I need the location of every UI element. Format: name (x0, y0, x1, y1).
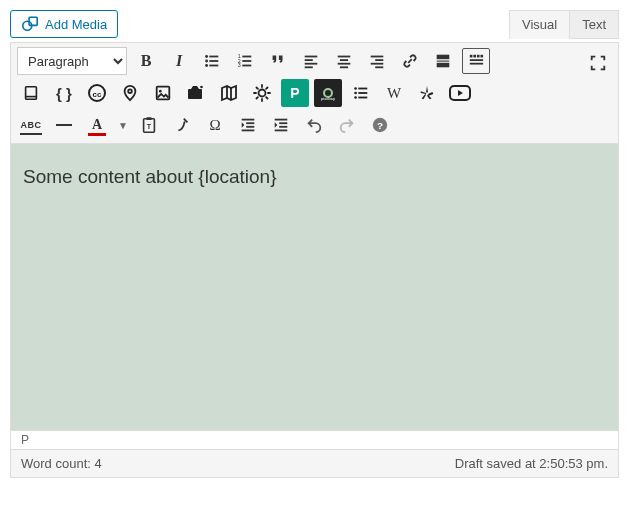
svg-rect-28 (437, 63, 450, 68)
map-pin-icon[interactable] (116, 79, 144, 107)
svg-text:?: ? (377, 120, 383, 131)
outdent-button[interactable] (234, 111, 262, 139)
svg-rect-26 (437, 55, 450, 60)
svg-rect-61 (279, 122, 287, 124)
svg-point-43 (259, 90, 266, 97)
media-icon (21, 15, 39, 33)
svg-rect-5 (209, 56, 218, 58)
toolbar-toggle-button[interactable] (462, 48, 490, 74)
tab-text[interactable]: Text (569, 10, 619, 39)
wikipedia-icon[interactable]: W (380, 79, 408, 107)
svg-rect-22 (371, 56, 384, 58)
link-button[interactable] (396, 47, 424, 75)
svg-text:cc: cc (93, 90, 102, 99)
help-button[interactable]: ? (366, 111, 394, 139)
svg-rect-23 (375, 59, 383, 61)
svg-rect-29 (470, 55, 473, 58)
map-icon[interactable] (215, 79, 243, 107)
svg-rect-7 (209, 65, 218, 67)
svg-rect-62 (279, 126, 287, 128)
text-color-dropdown[interactable]: ▼ (116, 111, 130, 139)
svg-rect-11 (242, 56, 251, 58)
svg-rect-63 (275, 130, 288, 132)
svg-rect-34 (470, 63, 483, 65)
format-select[interactable]: Paragraph (17, 47, 127, 75)
add-media-button[interactable]: Add Media (10, 10, 118, 38)
svg-rect-49 (358, 88, 367, 90)
status-bar: Word count: 4 Draft saved at 2:50:53 pm. (10, 450, 619, 478)
svg-rect-21 (340, 66, 348, 68)
italic-button[interactable]: I (165, 47, 193, 75)
svg-point-42 (200, 86, 203, 89)
blockquote-button[interactable] (264, 47, 292, 75)
read-more-button[interactable] (429, 47, 457, 75)
tab-visual[interactable]: Visual (509, 10, 570, 39)
yelp-icon[interactable] (413, 79, 441, 107)
svg-rect-18 (338, 56, 351, 58)
clear-formatting-button[interactable] (168, 111, 196, 139)
editor-toolbar: Paragraph B I 123 (10, 42, 619, 144)
svg-rect-33 (470, 59, 483, 61)
svg-rect-59 (242, 130, 255, 132)
svg-rect-41 (188, 89, 202, 99)
text-color-button[interactable]: A (83, 111, 111, 139)
pixabay-icon[interactable]: pixabay (314, 79, 342, 107)
editor-content: Some content about {location} (23, 164, 606, 191)
bold-button[interactable]: B (132, 47, 160, 75)
svg-rect-15 (305, 59, 313, 61)
indent-button[interactable] (267, 111, 295, 139)
svg-point-2 (205, 55, 208, 58)
paste-text-button[interactable]: T (135, 111, 163, 139)
svg-rect-31 (477, 55, 480, 58)
align-left-button[interactable] (297, 47, 325, 75)
svg-rect-14 (305, 56, 318, 58)
svg-text:T: T (147, 122, 152, 131)
fullscreen-button[interactable] (584, 49, 612, 77)
code-braces-icon[interactable]: { } (50, 79, 78, 107)
creative-commons-icon[interactable]: cc (83, 79, 111, 107)
svg-rect-51 (358, 97, 367, 99)
book-icon[interactable] (17, 79, 45, 107)
bullet-list-button[interactable] (198, 47, 226, 75)
pexels-icon[interactable]: P (281, 79, 309, 107)
undo-button[interactable] (300, 111, 328, 139)
svg-rect-56 (242, 119, 255, 121)
strikethrough-button[interactable]: ABC (17, 111, 45, 139)
svg-rect-50 (358, 92, 367, 94)
add-media-label: Add Media (45, 17, 107, 32)
svg-rect-60 (275, 119, 288, 121)
image-icon[interactable] (149, 79, 177, 107)
svg-rect-58 (246, 126, 254, 128)
svg-rect-17 (305, 66, 313, 68)
svg-point-4 (205, 64, 208, 67)
align-center-button[interactable] (330, 47, 358, 75)
svg-rect-20 (338, 63, 351, 65)
svg-rect-57 (246, 122, 254, 124)
camera-icon[interactable] (182, 79, 210, 107)
special-character-button[interactable]: Ω (201, 111, 229, 139)
svg-rect-35 (26, 87, 37, 100)
numbered-list-button[interactable]: 123 (231, 47, 259, 75)
editor-tabs: Visual Text (509, 10, 619, 39)
svg-rect-25 (375, 66, 383, 68)
svg-rect-19 (340, 59, 348, 61)
content-editor[interactable]: Some content about {location} (10, 144, 619, 431)
svg-point-47 (354, 92, 357, 95)
element-path[interactable]: P (10, 431, 619, 450)
youtube-icon[interactable] (446, 79, 474, 107)
horizontal-rule-button[interactable] (50, 111, 78, 139)
svg-text:pixabay: pixabay (321, 96, 335, 101)
align-right-button[interactable] (363, 47, 391, 75)
svg-rect-6 (209, 60, 218, 62)
svg-point-48 (354, 96, 357, 99)
svg-point-3 (205, 60, 208, 63)
svg-point-46 (354, 87, 357, 90)
word-count: Word count: 4 (21, 456, 102, 471)
svg-text:3: 3 (238, 62, 241, 68)
svg-point-40 (159, 90, 162, 93)
svg-rect-13 (242, 65, 251, 67)
brightness-icon[interactable] (248, 79, 276, 107)
list-check-icon[interactable] (347, 79, 375, 107)
redo-button[interactable] (333, 111, 361, 139)
svg-rect-30 (473, 55, 476, 58)
